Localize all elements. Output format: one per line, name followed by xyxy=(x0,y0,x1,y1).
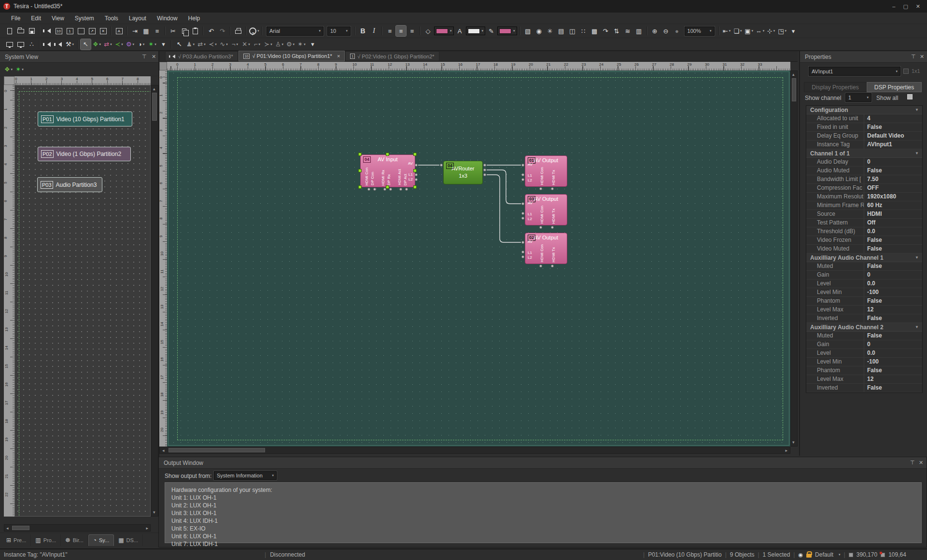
maintenance-wrench-button[interactable]: ⚒▾ xyxy=(65,39,75,50)
menu-window[interactable]: Window xyxy=(152,14,183,23)
property-value[interactable]: 7.50 xyxy=(864,175,922,183)
signal-meters-button[interactable]: ▥ xyxy=(634,26,644,36)
select-tool-button[interactable]: ↖ xyxy=(81,39,91,50)
partition-p01[interactable]: P01Video (10 Gbps) Partition1 xyxy=(38,112,132,126)
property-value[interactable]: 0.0 xyxy=(864,349,922,357)
selection-handle[interactable] xyxy=(413,153,417,156)
split-layout-button[interactable]: ◫ xyxy=(567,26,577,36)
open-file-button[interactable] xyxy=(15,26,26,36)
dock-tab-presets[interactable]: ⊞Pre... xyxy=(2,534,31,546)
space-evenly-button[interactable]: ⇔▾ xyxy=(755,26,765,36)
property-value[interactable]: False xyxy=(864,167,922,175)
av-output-3-block[interactable]: 03AV OutputAVL1L2HDMI ConHDMI Tx xyxy=(525,194,567,225)
system-view-horizontal-scrollbar[interactable]: ◂ ▸ xyxy=(4,524,151,532)
pin-panel-icon[interactable]: ⊤ xyxy=(142,54,147,60)
close-button[interactable]: ✕ xyxy=(916,3,920,10)
property-value[interactable]: False xyxy=(864,332,922,340)
scroll-up-icon[interactable]: ▴ xyxy=(153,87,155,91)
align-edges-button[interactable]: ⇤▾ xyxy=(722,26,732,36)
menu-system[interactable]: System xyxy=(70,14,99,23)
canvas-vertical-scrollbar[interactable]: ▴ ▾ xyxy=(790,70,798,447)
cut-button[interactable]: ✂ xyxy=(168,26,178,36)
route-curve-button[interactable]: ↷ xyxy=(601,26,611,36)
italic-button[interactable]: I xyxy=(369,26,379,36)
matrix-view-button[interactable]: ∷ xyxy=(578,26,589,36)
port[interactable] xyxy=(551,187,554,190)
collapse-arrow-icon[interactable]: ▼ xyxy=(915,255,922,260)
property-value[interactable]: AVInput1 xyxy=(864,140,922,149)
scrollbar-thumb[interactable] xyxy=(792,78,796,101)
port[interactable] xyxy=(521,202,524,205)
delete-line-tool-button[interactable]: ✕▾ xyxy=(241,39,251,50)
scroll-left-icon[interactable]: ◂ xyxy=(162,448,165,453)
scroll-right-icon[interactable]: ▸ xyxy=(146,526,148,531)
port[interactable] xyxy=(483,164,486,167)
zoom-out-button[interactable]: ⊖ xyxy=(661,26,671,36)
property-value[interactable]: 12 xyxy=(864,375,922,383)
layer-lock-icon[interactable] xyxy=(806,554,812,558)
port[interactable] xyxy=(405,188,408,191)
performance-monitor-button[interactable]: ▧ xyxy=(523,26,533,36)
output-source-select[interactable]: System Information ▾ xyxy=(214,471,277,480)
line-color-select[interactable]: ▾ xyxy=(497,27,517,35)
dropdown-arrow-icon[interactable]: ▾ xyxy=(839,553,841,557)
dock-tab-processing[interactable]: ▥Pro... xyxy=(31,534,61,546)
property-value[interactable]: False xyxy=(864,384,922,392)
contrast-tool-button[interactable]: ◑▾ xyxy=(136,39,146,50)
minimize-button[interactable]: – xyxy=(892,3,895,10)
align-left-button[interactable]: ≡ xyxy=(385,26,395,36)
audio-partition-button[interactable] xyxy=(42,26,53,36)
port[interactable] xyxy=(389,188,392,191)
dock-tab-birds-eye[interactable]: ☸Bir... xyxy=(61,534,88,546)
text-annotation-button[interactable]: A xyxy=(114,26,124,36)
maximize-button[interactable]: ▢ xyxy=(903,3,908,10)
property-value[interactable]: HDMI xyxy=(864,210,922,218)
property-section-header[interactable]: Auxilliary Audio Channel 1▼ xyxy=(806,253,922,262)
port[interactable] xyxy=(539,226,542,229)
scroll-up-icon[interactable]: ▴ xyxy=(792,72,795,77)
property-value[interactable]: False xyxy=(864,314,922,322)
line-select-tool-button[interactable]: ↖ xyxy=(174,39,184,50)
property-value[interactable]: False xyxy=(864,366,922,375)
new-file-button[interactable] xyxy=(4,26,14,36)
corner-line-tool-button[interactable]: ⌐▾ xyxy=(252,39,262,50)
property-value[interactable]: False xyxy=(864,236,922,244)
collapse-arrow-icon[interactable]: ▼ xyxy=(915,108,922,112)
av-output-1-block[interactable]: 01AV OutputAVL1L2HDMI ConHDMI Tx xyxy=(525,155,567,187)
document-tab-p03-audio[interactable]: √ P03:Audio Partition3* xyxy=(165,51,238,61)
av-output-2-block[interactable]: 02AV OutputAVL1L2HDMI ConHDMI Tx xyxy=(525,233,567,264)
pin-panel-icon[interactable]: ⊤ xyxy=(911,54,916,60)
property-value[interactable]: False xyxy=(864,262,922,270)
system-wheel-button[interactable]: ✳ xyxy=(545,26,555,36)
property-value[interactable]: 60 Hz xyxy=(864,201,922,210)
align-center-button[interactable]: ≡ xyxy=(396,26,406,36)
partition-p02[interactable]: P02Video (1 Gbps) Partition2 xyxy=(38,147,131,161)
text-color-button[interactable]: A xyxy=(455,26,465,36)
processing-map-button[interactable]: ▩ xyxy=(590,26,600,36)
scroll-left-icon[interactable]: ◂ xyxy=(6,526,9,531)
port[interactable] xyxy=(539,187,542,190)
close-panel-icon[interactable]: ✕ xyxy=(152,54,156,60)
line-tools-overflow-button[interactable]: ▾ xyxy=(308,39,318,50)
paste-button[interactable] xyxy=(190,26,200,36)
port[interactable] xyxy=(551,265,554,267)
fanout-tool-button[interactable]: ≺▾ xyxy=(208,39,218,50)
scrollbar-thumb[interactable] xyxy=(152,93,157,121)
redo-button[interactable]: ↷ xyxy=(217,26,227,36)
equipment-partition-button[interactable] xyxy=(76,26,86,36)
instance-select[interactable]: AVInput1 ▾ xyxy=(809,67,900,76)
file-transfer-button[interactable]: ⇅ xyxy=(612,26,622,36)
fill-color-button[interactable]: ◇ xyxy=(423,26,433,36)
move-object-tool-button[interactable]: ♟▾ xyxy=(185,39,196,50)
pin-panel-icon[interactable]: ⊤ xyxy=(910,460,915,466)
property-value[interactable]: Off xyxy=(864,219,922,227)
property-value[interactable]: Default Video xyxy=(864,132,922,140)
property-section-header[interactable]: Auxilliary Audio Channel 2▼ xyxy=(806,323,922,332)
output-text-area[interactable]: Hardware configuration of your system:Un… xyxy=(165,482,922,543)
video-10g-partition-button[interactable]: 10 xyxy=(54,26,64,36)
port[interactable] xyxy=(521,255,524,258)
scroll-right-icon[interactable]: ▸ xyxy=(785,448,787,453)
sv-star-button[interactable]: ✶▾ xyxy=(14,64,25,75)
port[interactable] xyxy=(521,164,524,167)
menu-view[interactable]: View xyxy=(46,14,70,23)
